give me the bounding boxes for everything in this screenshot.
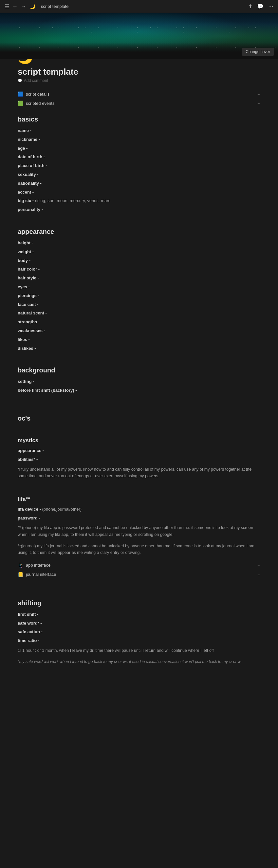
script-details-label: script details: [26, 92, 50, 97]
app-interface-more[interactable]: ···: [256, 563, 260, 568]
mystics-heading: mystics: [18, 437, 260, 444]
background-heading: background: [18, 367, 260, 374]
field-nationality: nationality -: [18, 179, 260, 188]
lifa-note1: ** (phone) my lifa app is password prote…: [18, 524, 260, 538]
page-title: script template: [18, 67, 260, 77]
share-icon[interactable]: ⬆: [248, 3, 252, 9]
lifa-section-list: 📱 app interface ··· 📒 journal interface …: [18, 561, 260, 579]
bigsix-value: rising, sun, moon, mercury, venus, mars: [35, 198, 110, 203]
lifa-note2: **(journal) my lifa journal is locked an…: [18, 543, 260, 556]
add-comment-label: Add comment: [24, 78, 48, 83]
app-interface-label: app interface: [26, 563, 51, 568]
field-safe-action: safe action -: [18, 627, 260, 637]
field-name: name -: [18, 126, 260, 135]
lifa-heading: lifa**: [18, 496, 260, 502]
field-nickname: nickname -: [18, 135, 260, 144]
more-icon[interactable]: ⋯: [268, 3, 273, 9]
scripted-events-icon: 🟩: [18, 100, 23, 106]
comment-icon: 💬: [18, 79, 22, 83]
field-mystics-appearance: appearance -: [18, 446, 260, 455]
field-body: body -: [18, 256, 260, 265]
field-accent: accent -: [18, 188, 260, 197]
field-eyes: eyes -: [18, 283, 260, 291]
field-sexuality: sexuality -: [18, 170, 260, 179]
field-height: height -: [18, 239, 260, 248]
app-interface-icon: 📱: [18, 563, 23, 568]
lifa-device-value: (phone/journal/other): [42, 507, 82, 512]
hamburger-icon[interactable]: ☰: [5, 3, 9, 9]
cover-image: Change cover: [0, 13, 278, 59]
field-dislikes: dislikes -: [18, 344, 260, 353]
add-comment-button[interactable]: 💬 Add comment: [18, 78, 260, 83]
field-hair-style: hair style -: [18, 274, 260, 283]
field-weaknesses: weaknesses -: [18, 327, 260, 335]
section-item-script-details[interactable]: 🟦 script details ···: [18, 89, 260, 99]
section-item-journal-interface[interactable]: 📒 journal interface ···: [18, 570, 260, 579]
page-title-topbar: script template: [41, 4, 69, 9]
scripted-events-more[interactable]: ···: [256, 100, 260, 106]
mystics-note: *i fully understand all of my powers, kn…: [18, 466, 260, 479]
field-setting: setting -: [18, 377, 260, 386]
page-content: 🌙 script template 💬 Add comment 🟦 script…: [0, 51, 278, 678]
shifting-note2: *my safe word will work when I intend to…: [18, 659, 260, 665]
field-lifa-device: lifa device - (phone/journal/other): [18, 505, 260, 514]
journal-interface-label: journal interface: [26, 572, 56, 577]
script-details-icon: 🟦: [18, 91, 23, 97]
field-backstory: before first shift (backstory) -: [18, 386, 260, 395]
journal-interface-more[interactable]: ···: [256, 572, 260, 577]
change-cover-button[interactable]: Change cover: [242, 48, 274, 56]
top-bar: ☰ ← → 🌙 script template ⬆ 💬 ⋯: [0, 0, 278, 13]
basics-heading: basics: [18, 116, 260, 123]
chat-icon[interactable]: 💬: [257, 3, 264, 9]
field-likes: likes -: [18, 335, 260, 344]
ocs-heading: oc's: [18, 415, 260, 422]
shifting-note1: cr 1 hour : dr 1 month. when I leave my …: [18, 647, 260, 654]
field-safe-word: safe word* -: [18, 619, 260, 628]
forward-icon[interactable]: →: [21, 4, 26, 9]
field-age: age -: [18, 144, 260, 153]
cover-trees: [0, 42, 278, 59]
section-list: 🟦 script details ··· 🟩 scripted events ·…: [18, 89, 260, 108]
script-details-more[interactable]: ···: [256, 91, 260, 97]
field-abilities: abilities* -: [18, 455, 260, 464]
field-password: password -: [18, 514, 260, 523]
section-item-scripted-events[interactable]: 🟩 scripted events ···: [18, 99, 260, 108]
journal-interface-icon: 📒: [18, 572, 23, 577]
field-piercings: piercings -: [18, 291, 260, 300]
back-icon[interactable]: ←: [12, 4, 18, 9]
field-dob: date of birth -: [18, 153, 260, 161]
field-first-shift: first shift -: [18, 610, 260, 619]
section-item-app-interface[interactable]: 📱 app interface ···: [18, 561, 260, 570]
scripted-events-label: scripted events: [26, 101, 54, 106]
field-pob: place of birth -: [18, 161, 260, 170]
field-hair-color: hair color -: [18, 265, 260, 274]
shifting-heading: shifting: [18, 599, 260, 607]
field-personality: personality -: [18, 205, 260, 214]
field-bigsix: big six - rising, sun, moon, mercury, ve…: [18, 196, 260, 205]
field-time-ratio: time ratio -: [18, 637, 260, 645]
moon-icon: 🌙: [29, 4, 36, 9]
field-weight: weight -: [18, 248, 260, 256]
field-strengths: strengths -: [18, 318, 260, 327]
field-natural-scent: natural scent -: [18, 309, 260, 318]
field-face-cast: face cast -: [18, 300, 260, 309]
appearance-heading: appearance: [18, 228, 260, 236]
